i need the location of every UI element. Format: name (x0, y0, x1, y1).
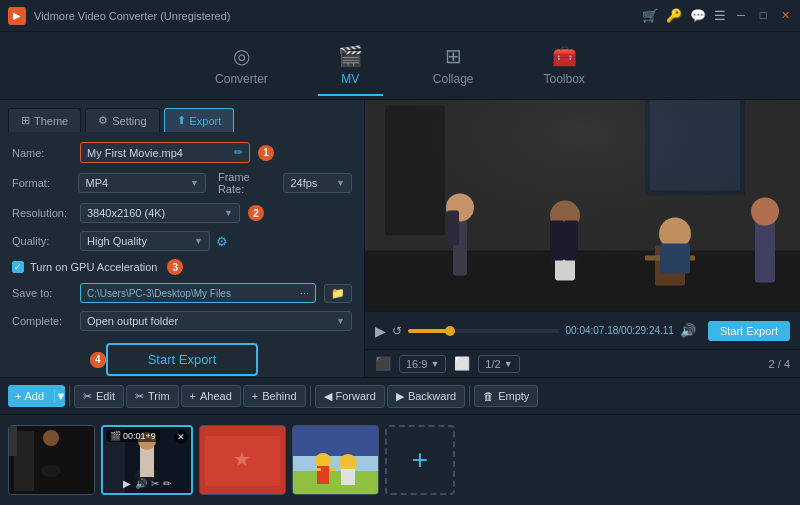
quality-row: Quality: High Quality ▼ ⚙ (12, 231, 352, 251)
timeline-close-2[interactable]: ✕ (174, 430, 188, 444)
svg-rect-26 (9, 426, 17, 456)
name-label: Name: (12, 147, 80, 159)
timeline-add-button[interactable]: + (385, 425, 455, 495)
tab-setting-label: Setting (112, 115, 146, 127)
window-controls: 🛒 🔑 💬 ☰ ─ □ ✕ (642, 8, 792, 23)
quality-value: High Quality (87, 235, 147, 247)
timeline-item-4[interactable] (292, 425, 379, 495)
timeline-play-btn[interactable]: ▶ (123, 478, 131, 489)
tab-mv[interactable]: 🎬 MV (318, 36, 383, 96)
page-select[interactable]: 1/2 ▼ (478, 355, 519, 373)
step4-badge: 4 (90, 352, 106, 368)
window-minimize[interactable]: ─ (734, 8, 748, 22)
backward-icon: ▶ (396, 390, 404, 403)
crop-icon[interactable]: ⬛ (375, 356, 391, 371)
aspect-controls: ⬛ 16:9 ▼ ⬜ 1/2 ▼ 2 / 4 (365, 349, 800, 377)
name-input[interactable]: My First Movie.mp4 ✏ (80, 142, 250, 163)
save-to-row: Save to: C:\Users\PC-3\Desktop\My Files … (12, 283, 352, 303)
framerate-label: Frame Rate: (218, 171, 278, 195)
svg-rect-42 (329, 468, 335, 471)
complete-row: Complete: Open output folder ▼ (12, 311, 352, 331)
window-close[interactable]: ✕ (778, 8, 792, 22)
add-label: Add (24, 390, 44, 402)
tab-export-label: Export (190, 115, 222, 127)
page-value: 1/2 (485, 358, 500, 370)
volume-icon[interactable]: 🔊 (680, 323, 696, 338)
start-export-label: Start Export (148, 352, 217, 367)
save-path-folder-btn[interactable]: 📁 (324, 284, 352, 303)
timeline-sound-btn[interactable]: 🔊 (135, 478, 147, 489)
resolution-select[interactable]: 3840x2160 (4K) ▼ (80, 203, 240, 223)
page-arrow: ▼ (504, 359, 513, 369)
backward-label: Backward (408, 390, 456, 402)
video-controls: ▶ ↺ 00:04:07.18/00:29:24.11 🔊 Start Expo… (365, 311, 800, 349)
window-shop-icon[interactable]: 🛒 (642, 8, 658, 23)
framerate-value: 24fps (290, 177, 317, 189)
framerate-select[interactable]: 24fps ▼ (283, 173, 352, 193)
forward-button[interactable]: ◀ Forward (315, 385, 385, 408)
framerate-row: Frame Rate: 24fps ▼ (218, 171, 352, 195)
format-label: Format: (12, 177, 78, 189)
fullscreen-icon[interactable]: ⬜ (454, 356, 470, 371)
video-start-export-button[interactable]: Start Export (708, 321, 790, 341)
ahead-button[interactable]: + Ahead (181, 385, 241, 407)
empty-button[interactable]: 🗑 Empty (474, 385, 538, 407)
window-restore[interactable]: □ (756, 8, 770, 22)
edit-icon[interactable]: ✏ (234, 146, 243, 159)
complete-select[interactable]: Open output folder ▼ (80, 311, 352, 331)
start-export-button[interactable]: Start Export (106, 343, 259, 376)
aspect-ratio-value: 16:9 (406, 358, 427, 370)
progress-bar[interactable] (408, 329, 559, 333)
trim-button[interactable]: ✂ Trim (126, 385, 179, 408)
toolbox-icon: 🧰 (552, 44, 577, 68)
format-select[interactable]: MP4 ▼ (78, 173, 205, 193)
quality-select[interactable]: High Quality ▼ (80, 231, 210, 251)
add-dropdown-arrow[interactable]: ▼ (54, 390, 64, 402)
timeline-controls-2: ▶ 🔊 ✂ ✏ (103, 478, 191, 489)
tab-converter[interactable]: ◎ Converter (195, 36, 288, 96)
tab-collage[interactable]: ⊞ Collage (413, 36, 494, 96)
tab-export[interactable]: ⬆ Export (164, 108, 235, 132)
left-panel: ⊞ Theme ⚙ Setting ⬆ Export Name: My Firs… (0, 100, 365, 377)
trim-icon: ✂ (135, 390, 144, 403)
aspect-arrow: ▼ (430, 359, 439, 369)
timeline-item-1[interactable] (8, 425, 95, 495)
theme-tab-icon: ⊞ (21, 114, 30, 127)
window-msg-icon[interactable]: 💬 (690, 8, 706, 23)
timeline-item-3[interactable]: ★ (199, 425, 286, 495)
svg-point-25 (41, 465, 61, 477)
complete-label: Complete: (12, 315, 80, 327)
app-icon: ▶ (8, 7, 26, 25)
setting-tab-icon: ⚙ (98, 114, 108, 127)
behind-button[interactable]: + Behind (243, 385, 306, 407)
tab-toolbox[interactable]: 🧰 Toolbox (524, 36, 605, 96)
ahead-label: Ahead (200, 390, 232, 402)
tab-theme[interactable]: ⊞ Theme (8, 108, 81, 132)
save-path-display: C:\Users\PC-3\Desktop\My Files ··· (80, 283, 316, 303)
edit-button[interactable]: ✂ Edit (74, 385, 124, 408)
video-preview (365, 100, 800, 311)
quality-controls: High Quality ▼ ⚙ (80, 231, 228, 251)
sep2 (310, 386, 311, 406)
gpu-checkbox[interactable]: ✓ (12, 261, 24, 273)
timeline-item-2[interactable]: 🎬 00:01+9 ▶ 🔊 ✂ ✏ ✕ (101, 425, 193, 495)
step2-badge: 2 (248, 205, 264, 221)
plus-icon: + (412, 444, 428, 476)
window-key-icon[interactable]: 🔑 (666, 8, 682, 23)
window-menu-icon[interactable]: ☰ (714, 8, 726, 23)
replay-button[interactable]: ↺ (392, 324, 402, 338)
quality-gear-icon[interactable]: ⚙ (216, 234, 228, 249)
browse-dots[interactable]: ··· (300, 287, 309, 299)
empty-label: Empty (498, 390, 529, 402)
aspect-ratio-select[interactable]: 16:9 ▼ (399, 355, 446, 373)
timeline-thumb-3: ★ (200, 426, 285, 495)
quality-arrow: ▼ (194, 236, 203, 246)
timeline-edit-btn[interactable]: ✏ (163, 478, 171, 489)
add-button[interactable]: + Add ▼ (8, 385, 65, 407)
timeline-cut-btn[interactable]: ✂ (151, 478, 159, 489)
add-icon: + (15, 390, 21, 402)
resolution-label: Resolution: (12, 207, 80, 219)
tab-setting[interactable]: ⚙ Setting (85, 108, 159, 132)
play-button[interactable]: ▶ (375, 323, 386, 339)
backward-button[interactable]: ▶ Backward (387, 385, 465, 408)
